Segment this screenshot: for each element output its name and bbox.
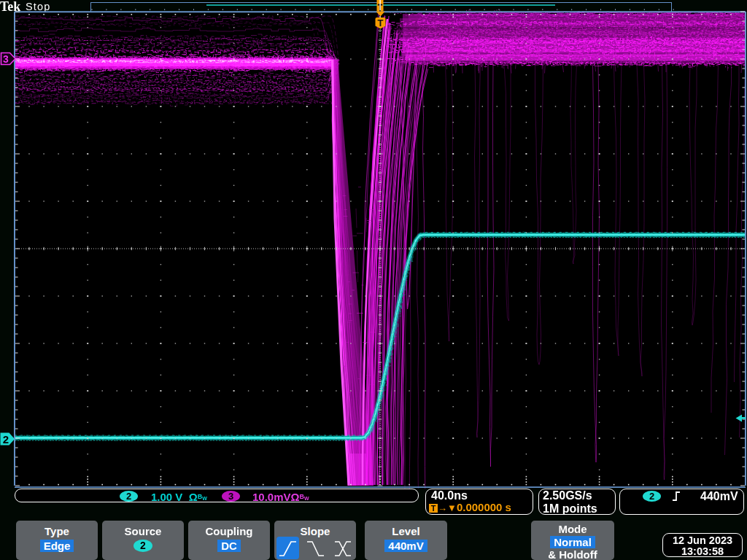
svg-text:T: T bbox=[378, 18, 384, 28]
svg-text:2: 2 bbox=[3, 433, 9, 446]
svg-text:3: 3 bbox=[3, 53, 9, 65]
